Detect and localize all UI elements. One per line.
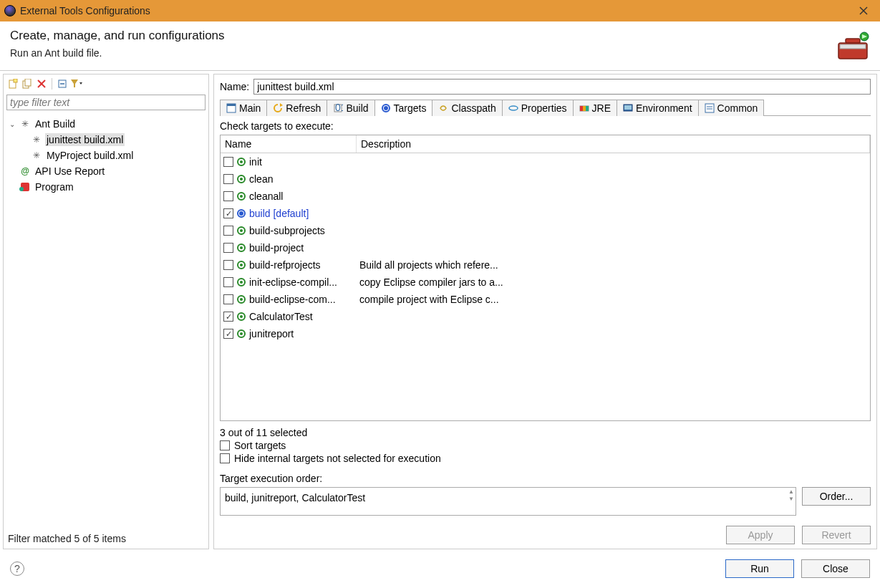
sort-targets-checkbox[interactable] (220, 440, 230, 450)
tab-label: JRE (592, 102, 611, 114)
window-title: External Tools Configurations (20, 5, 850, 16)
eclipse-icon (4, 5, 16, 16)
config-tree[interactable]: ⌄ Ant Build junittest build.xml MyProjec… (4, 113, 208, 530)
target-name: CalculatorTest (249, 311, 313, 322)
target-checkbox[interactable] (223, 157, 233, 167)
name-label: Name: (220, 81, 249, 92)
target-checkbox[interactable] (223, 312, 233, 322)
tab-targets[interactable]: Targets (374, 100, 433, 116)
svg-marker-15 (71, 79, 78, 87)
target-icon (236, 226, 246, 236)
config-name-input[interactable] (253, 79, 871, 95)
svg-point-53 (240, 315, 243, 318)
target-checkbox[interactable] (223, 277, 233, 287)
tab-build[interactable]: 010Build (327, 100, 374, 116)
help-button[interactable]: ? (10, 562, 24, 576)
targets-table: Name Description initcleancleanallbuild … (220, 135, 871, 421)
target-checkbox[interactable] (223, 226, 233, 236)
target-name: junitreport (249, 328, 294, 339)
column-header-name[interactable]: Name (221, 135, 357, 153)
tree-item-program[interactable]: Program (5, 179, 207, 195)
table-row[interactable]: init-eclipse-compil...copy Eclipse compi… (221, 274, 870, 291)
tree-label: junittest build.xml (45, 133, 125, 146)
sort-targets-label: Sort targets (234, 440, 286, 451)
table-row[interactable]: junitreport (221, 325, 870, 342)
target-checkbox[interactable] (223, 208, 233, 218)
svg-rect-26 (580, 106, 583, 111)
scroll-up-icon[interactable]: ▲ (788, 489, 794, 495)
tab-common[interactable]: Common (698, 100, 765, 116)
delete-config-icon[interactable] (35, 77, 48, 90)
svg-point-39 (240, 195, 243, 198)
execution-order-text[interactable]: build, junitreport, CalculatorTest ▲ ▼ (220, 487, 796, 516)
table-row[interactable]: build-refprojectsBuild all projects whic… (221, 256, 870, 274)
new-config-icon[interactable] (6, 77, 19, 90)
target-checkbox[interactable] (223, 191, 233, 201)
target-icon (236, 191, 246, 201)
left-toolbar (4, 74, 208, 93)
ant-build-icon (19, 118, 31, 130)
tab-environment[interactable]: Environment (617, 100, 699, 116)
title-bar: External Tools Configurations (0, 0, 880, 21)
revert-button[interactable]: Revert (802, 526, 871, 544)
target-icon (236, 312, 246, 322)
svg-point-49 (240, 281, 243, 284)
table-row[interactable]: clean (221, 170, 870, 188)
expand-arrow-icon[interactable]: ⌄ (8, 120, 16, 128)
table-row[interactable]: build-subprojects (221, 222, 870, 239)
header-title: Create, manage, and run configurations (10, 29, 225, 43)
table-row[interactable]: build [default] (221, 205, 870, 222)
tree-item-ant-build[interactable]: ⌄ Ant Build (5, 116, 207, 132)
tab-label: Common (717, 102, 758, 114)
svg-point-47 (240, 264, 243, 266)
target-checkbox[interactable] (223, 260, 233, 270)
table-row[interactable]: init (221, 153, 870, 170)
tree-label: Ant Build (34, 117, 77, 130)
hide-internal-checkbox[interactable] (220, 453, 230, 463)
svg-marker-19 (280, 103, 283, 107)
table-row[interactable]: build-project (221, 239, 870, 256)
execution-order-label: Target execution order: (220, 473, 871, 484)
hide-internal-label: Hide internal targets not selected for e… (234, 453, 441, 464)
filter-input[interactable] (6, 95, 206, 110)
tab-refresh[interactable]: Refresh (266, 100, 327, 116)
run-button[interactable]: Run (725, 559, 794, 578)
tab-main[interactable]: Main (220, 100, 267, 116)
column-header-description[interactable]: Description (357, 135, 870, 153)
tab-label: Targets (394, 102, 427, 114)
target-checkbox[interactable] (223, 243, 233, 253)
tree-item-api-use-report[interactable]: API Use Report (5, 163, 207, 179)
svg-point-55 (240, 332, 243, 335)
tab-jre[interactable]: JRE (573, 100, 617, 116)
tab-label: Classpath (451, 102, 495, 114)
close-button[interactable]: Close (801, 559, 870, 578)
target-checkbox[interactable] (223, 294, 233, 304)
program-icon (19, 181, 31, 193)
svg-point-51 (240, 298, 243, 301)
svg-marker-16 (79, 82, 82, 85)
close-window-button[interactable] (850, 0, 877, 21)
target-checkbox[interactable] (223, 174, 233, 184)
target-description: compile project with Eclipse c... (357, 294, 870, 305)
table-row[interactable]: build-eclipse-com...compile project with… (221, 291, 870, 308)
tab-properties[interactable]: Properties (502, 100, 574, 116)
tree-item-junittest[interactable]: junittest build.xml (5, 132, 207, 148)
table-row[interactable]: CalculatorTest (221, 308, 870, 325)
ant-file-icon (31, 134, 42, 145)
target-name: build-refprojects (249, 259, 321, 271)
check-targets-label: Check targets to execute: (220, 120, 871, 132)
collapse-all-icon[interactable] (56, 77, 69, 90)
target-checkbox[interactable] (223, 329, 233, 339)
apply-button[interactable]: Apply (726, 526, 795, 544)
selection-count: 3 out of 11 selected (220, 427, 871, 438)
scroll-down-icon[interactable]: ▼ (788, 496, 794, 502)
duplicate-config-icon[interactable] (21, 77, 34, 90)
tree-item-myproject[interactable]: MyProject build.xml (5, 148, 207, 163)
table-row[interactable]: cleanall (221, 188, 870, 205)
tab-classpath[interactable]: Classpath (432, 100, 502, 116)
order-button[interactable]: Order... (802, 487, 871, 506)
svg-point-41 (240, 212, 243, 215)
filter-menu-icon[interactable] (70, 77, 83, 90)
execution-order-value: build, junitreport, CalculatorTest (225, 492, 365, 503)
target-icon (236, 329, 246, 339)
